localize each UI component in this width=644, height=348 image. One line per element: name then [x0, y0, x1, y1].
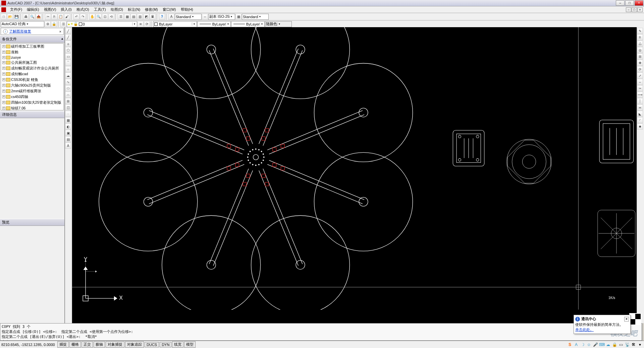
lock-icon: 🔓: [73, 22, 78, 26]
menu-format[interactable]: 格式(O): [74, 7, 91, 12]
properties-icon[interactable]: ☰: [118, 14, 124, 20]
workspace-toolbar: AutoCAD 经典▾ ⚙ 🔒 ☰ ● ☀ 🔓 0 ▾ ≋ ⟳ ByLayer▾…: [0, 20, 644, 28]
drawing-recovery-panel: i 了解图形修复 × 备份文件▴ +碳纤维加工三板草图 +座舱 +zuoye +…: [0, 27, 65, 28]
menu-tools[interactable]: 工具(T): [92, 7, 108, 12]
menu-modify[interactable]: 修改(M): [143, 7, 160, 12]
menu-dimension[interactable]: 标注(N): [126, 7, 142, 12]
paste-icon[interactable]: 📋: [58, 14, 64, 20]
zoom-rt-icon[interactable]: 🔍: [96, 14, 102, 20]
calc-icon[interactable]: 🖩: [150, 14, 156, 20]
new-icon[interactable]: □: [1, 14, 7, 20]
menu-view[interactable]: 视图(V): [42, 7, 58, 12]
window-title: AutoCAD 2007 - [C:\Users\Administrator\D…: [7, 1, 616, 6]
menu-help[interactable]: 帮助(H): [179, 7, 195, 12]
close-button[interactable]: ×: [635, 0, 643, 6]
bulb-icon: ●: [68, 22, 70, 26]
mdi-restore[interactable]: □: [632, 7, 637, 12]
workspace-combo[interactable]: AutoCAD 经典▾: [1, 21, 44, 27]
redo-icon[interactable]: ↷: [80, 14, 86, 20]
tablestyle-icon[interactable]: ▦: [235, 14, 241, 20]
pan-icon[interactable]: ✋: [89, 14, 95, 20]
draw-toolbar: ╱ ╱ ⩍ ⬠ ▭ ⌒ ○ ☁ ∿ ⬭ ⌓ ⊞ ◫ · ▦ ◐ ▣ ▤ A: [65, 27, 72, 28]
standard-toolbar: □ 📂 💾 🖶 🔍 📤 ✂ ⎘ 📋 🖌 ↶ ↷ ✋ 🔍 ⊡ ⟲ ☰ ▦ ▤ ▥ …: [0, 13, 644, 20]
dim-style-combo[interactable]: 副本 ISO-25▾: [208, 14, 235, 20]
sheet-icon[interactable]: ▥: [137, 14, 143, 20]
mdi-minimize[interactable]: –: [626, 7, 631, 12]
menu-file[interactable]: 文件(F): [8, 7, 24, 12]
app-icon: [1, 1, 6, 5]
ws-lock-icon[interactable]: 🔒: [51, 21, 57, 27]
cut-icon[interactable]: ✂: [45, 14, 51, 20]
mdi-close[interactable]: ×: [637, 7, 643, 12]
drawing-svg: X Y: [72, 27, 637, 28]
dcenter-icon[interactable]: ▦: [124, 14, 130, 20]
menu-window[interactable]: 窗口(W): [161, 7, 178, 12]
help-icon[interactable]: ?: [159, 14, 165, 20]
zoom-win-icon[interactable]: ⊡: [102, 14, 108, 20]
mdi-icon: [1, 7, 6, 12]
copy-icon[interactable]: ⎘: [51, 14, 57, 20]
textstyle-icon[interactable]: A: [168, 14, 174, 20]
color-swatch: [154, 22, 158, 26]
svg-point-37: [162, 27, 261, 28]
ws-settings-icon[interactable]: ⚙: [45, 21, 51, 27]
dimstyle-icon[interactable]: ↔: [202, 14, 208, 20]
minimize-button[interactable]: –: [616, 0, 625, 6]
layer-mgr-icon[interactable]: ☰: [60, 21, 66, 27]
plotstyle-combo[interactable]: 随颜色▾: [265, 21, 292, 27]
print-icon[interactable]: 🖶: [23, 14, 29, 20]
menu-insert[interactable]: 插入(I): [59, 7, 73, 12]
menu-draw[interactable]: 绘图(D): [109, 7, 125, 12]
open-icon[interactable]: 📂: [7, 14, 13, 20]
match-icon[interactable]: 🖌: [64, 14, 70, 20]
zoom-prev-icon[interactable]: ⟲: [108, 14, 114, 20]
tpalette-icon[interactable]: ▤: [130, 14, 137, 20]
menu-edit[interactable]: 编辑(E): [25, 7, 41, 12]
linetype-combo[interactable]: ByLayer▾: [197, 21, 231, 27]
drawing-canvas[interactable]: X Y 1K/s: [72, 27, 637, 28]
titlebar: AutoCAD 2007 - [C:\Users\Administrator\D…: [0, 0, 644, 6]
text-style-combo[interactable]: Standard▾: [175, 14, 202, 20]
layer-color-swatch: [79, 22, 82, 26]
sun-icon: ☀: [70, 22, 73, 26]
table-style-combo[interactable]: Standard▾: [242, 14, 269, 20]
preview-icon[interactable]: 🔍: [29, 14, 35, 20]
publish-icon[interactable]: 📤: [36, 14, 42, 20]
color-combo[interactable]: ByLayer▾: [153, 21, 197, 27]
save-icon[interactable]: 💾: [13, 14, 19, 20]
markup-icon[interactable]: ◩: [143, 14, 149, 20]
svg-point-43: [251, 27, 350, 28]
menubar: 文件(F) 编辑(E) 视图(V) 插入(I) 格式(O) 工具(T) 绘图(D…: [0, 6, 644, 13]
maximize-button[interactable]: □: [625, 0, 634, 6]
lineweight-combo[interactable]: ByLayer▾: [231, 21, 265, 27]
layer-match-icon[interactable]: ≋: [138, 21, 144, 27]
layer-prev-icon[interactable]: ⟳: [144, 21, 150, 27]
undo-icon[interactable]: ↶: [73, 14, 79, 20]
modify-toolbar: ✎ ⎘ ⧋ ◎ ⊞ ✥ ⟳ ⤢ ↔ ✂ ⟶ ┊ ⫘ ◣ ◜ ✸: [637, 27, 644, 28]
layer-combo[interactable]: ● ☀ 🔓 0 ▾: [67, 21, 137, 27]
